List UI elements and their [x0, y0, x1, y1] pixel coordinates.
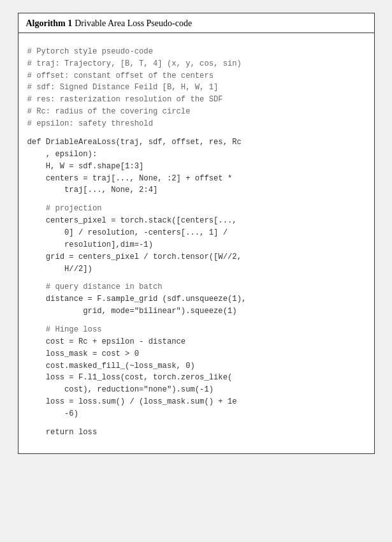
algorithm-body: # Pytorch style pseudo-code # traj: Traj… — [18, 33, 374, 453]
algorithm-box: Algorithm 1 Drivable Area Loss Pseudo-co… — [18, 13, 375, 454]
code-line: cost.masked_fill_(~loss_mask, 0) — [27, 362, 195, 370]
code-line: loss = F.l1_loss(cost, torch.zeros_like( — [27, 373, 233, 382]
comment-line: # Rc: radius of the covering circle — [27, 107, 191, 116]
comment-line: # res: rasterization resolution of the S… — [27, 95, 223, 104]
algorithm-header: Algorithm 1 Drivable Area Loss Pseudo-co… — [18, 13, 374, 33]
comment-line: # projection — [27, 204, 102, 213]
comment-line: # traj: Trajectory, [B, T, 4] (x, y, cos… — [27, 59, 242, 68]
comment-line: # Pytorch style pseudo-code — [27, 47, 153, 56]
code-line: centers_pixel = torch.stack([centers[...… — [27, 216, 237, 225]
code-line: cost), reduction="none").sum(-1) — [27, 385, 214, 394]
code-line: grid, mode="bilinear").squeeze(1) — [27, 307, 237, 316]
code-line: cost = Rc + epsilon - distance — [27, 337, 186, 346]
comment-line: # offset: constant offset of the centers — [27, 71, 214, 80]
comment-line: # query distance in batch — [27, 282, 163, 291]
code-line: return loss — [27, 428, 98, 437]
code-line: -6) — [27, 409, 78, 418]
code-line: loss_mask = cost > 0 — [27, 349, 140, 358]
comment-line: # epsilon: safety threshold — [27, 119, 153, 128]
code-line: , epsilon): — [27, 150, 98, 159]
code-line: centers = traj[..., None, :2] + offset * — [27, 174, 233, 183]
code-line: def DriableAreaLoss(traj, sdf, offset, r… — [27, 138, 242, 147]
code-line: distance = F.sample_grid (sdf.unsqueeze(… — [27, 295, 247, 304]
comment-line: # sdf: Signed Distance Feild [B, H, W, 1… — [27, 83, 219, 92]
algorithm-label: Algorithm 1 — [26, 18, 73, 28]
code-line: loss = loss.sum() / (loss_mask.sum() + 1… — [27, 397, 237, 406]
code-line: resolution],dim=-1) — [27, 240, 153, 249]
algorithm-title: Drivable Area Loss Pseudo-code — [75, 18, 192, 28]
code-line: H, W = sdf.shape[1:3] — [27, 162, 144, 171]
code-line: grid = centers_pixel / torch.tensor([W//… — [27, 253, 242, 261]
code-line: H//2]) — [27, 265, 92, 274]
code-line: 0] / resolution, -centers[..., 1] / — [27, 228, 228, 237]
code-line: traj[..., None, 2:4] — [27, 186, 158, 194]
comment-line: # Hinge loss — [27, 325, 102, 334]
